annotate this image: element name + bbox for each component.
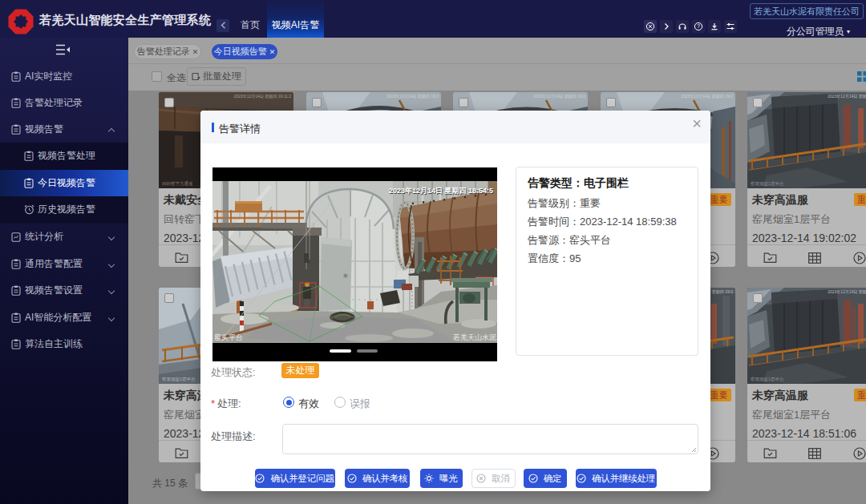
svg-text:2023年12月14日 星期四 18:54:5: 2023年12月14日 星期四 18:54:5 [389, 187, 493, 195]
svg-text:2023年12月14日 星期四 19:0: 2023年12月14日 星期四 19:0 [386, 94, 439, 99]
svg-text:窑头平台: 窑头平台 [214, 333, 243, 341]
svg-text:2023年12月14日 星期四 19:0: 2023年12月14日 星期四 19:0 [533, 94, 585, 99]
svg-text:2023年12月14日 星期四 19:0: 2023年12月14日 星期四 19:0 [828, 94, 866, 99]
svg-text:窑尾烟室1层平台: 窑尾烟室1层平台 [162, 377, 196, 382]
svg-text:若羌天山水泥: 若羌天山水泥 [452, 333, 496, 341]
svg-text:窑尾烟室1层平台: 窑尾烟室1层平台 [751, 181, 784, 187]
svg-text:窑尾烟室1层平台: 窑尾烟室1层平台 [751, 377, 784, 382]
svg-text:回转窑下方通道: 回转窑下方通道 [162, 180, 193, 187]
svg-text:2023年12月14日 星期四 19:0: 2023年12月14日 星期四 19:0 [681, 94, 733, 99]
svg-text:2023年12月14日 星期四 19:0: 2023年12月14日 星期四 19:0 [828, 289, 866, 295]
svg-text:2023年12月14日 星期四 19:11:2: 2023年12月14日 星期四 19:11:2 [234, 94, 292, 99]
